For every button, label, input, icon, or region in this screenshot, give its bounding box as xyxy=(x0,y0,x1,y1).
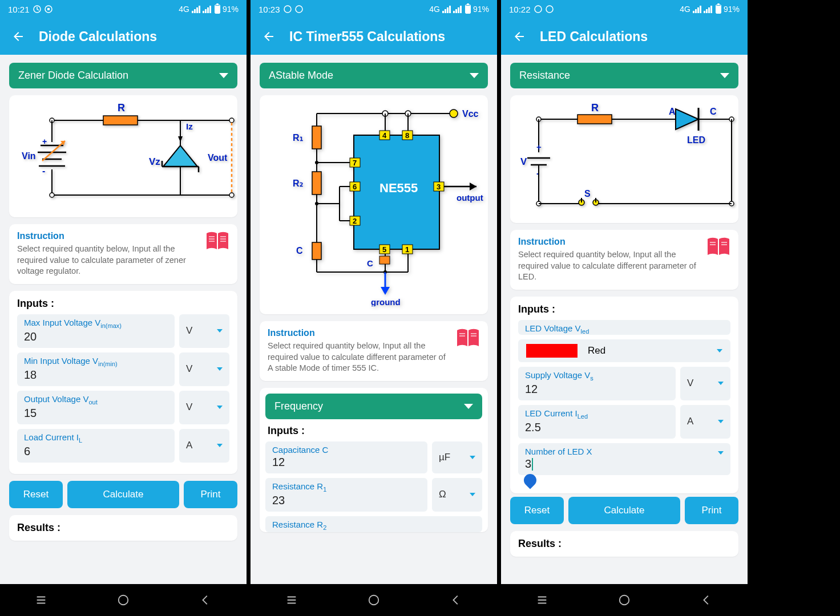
print-button[interactable]: Print xyxy=(685,497,738,524)
chevron-down-icon xyxy=(718,451,724,455)
results-heading: Results : xyxy=(17,522,229,534)
reset-button[interactable]: Reset xyxy=(510,497,564,524)
max-vin-input[interactable]: Max Input Voltage Vin(max) 20 xyxy=(17,314,175,348)
nav-home-icon[interactable] xyxy=(117,594,130,606)
instruction-text: Select required quantity below, Input al… xyxy=(17,244,200,277)
signal-icon xyxy=(192,6,200,13)
svg-text:R: R xyxy=(118,102,125,114)
notif-icon xyxy=(284,5,292,13)
book-icon[interactable] xyxy=(456,328,480,348)
inputs-heading: Inputs : xyxy=(17,298,229,310)
circuit-diagram: R A C LED + V - xyxy=(510,95,738,223)
battery-icon xyxy=(716,5,721,14)
chevron-down-icon xyxy=(219,73,228,78)
nav-home-icon[interactable] xyxy=(618,594,631,606)
notif-icon xyxy=(546,5,554,13)
chevron-down-icon xyxy=(720,73,729,78)
chevron-down-icon xyxy=(718,420,724,423)
svg-text:Vcc: Vcc xyxy=(462,109,479,119)
svg-text:A: A xyxy=(669,107,676,116)
capacitance-unit[interactable]: µF xyxy=(432,441,482,473)
section-dropdown[interactable]: AStable Mode xyxy=(260,63,488,88)
inputs-card: Inputs : Max Input Voltage Vin(max) 20 V… xyxy=(9,291,237,474)
chevron-down-icon xyxy=(217,406,223,409)
reset-button[interactable]: Reset xyxy=(9,481,63,508)
nav-back-icon[interactable] xyxy=(450,594,462,606)
signal-icon xyxy=(693,6,701,13)
calculate-button[interactable]: Calculate xyxy=(568,497,680,524)
book-icon[interactable] xyxy=(205,231,229,252)
capacitance-input[interactable]: Capacitance C 12 xyxy=(265,441,427,473)
back-icon[interactable] xyxy=(262,30,276,43)
r2-input[interactable]: Resistance R2 xyxy=(265,516,482,532)
min-vin-unit[interactable]: V xyxy=(179,352,229,386)
svg-text:S: S xyxy=(584,189,591,198)
calculate-button[interactable]: Calculate xyxy=(67,481,179,508)
vout-input[interactable]: Output Voltage Vout 15 xyxy=(17,391,175,424)
chevron-down-icon xyxy=(470,73,479,78)
r1-unit[interactable]: Ω xyxy=(432,478,482,512)
nav-home-icon[interactable] xyxy=(368,594,380,606)
supply-voltage-unit[interactable]: V xyxy=(680,367,730,400)
min-vin-input[interactable]: Min Input Voltage Vin(min) 18 xyxy=(17,352,175,386)
instruction-card: Instruction Select required quantity bel… xyxy=(510,230,738,290)
nav-recent-icon[interactable] xyxy=(285,594,298,606)
nav-recent-icon[interactable] xyxy=(35,594,47,606)
svg-text:8: 8 xyxy=(405,131,409,140)
section-dropdown[interactable]: Zener Diode Calculation xyxy=(9,63,237,88)
svg-point-30 xyxy=(50,193,54,197)
svg-text:C: C xyxy=(367,258,373,268)
svg-point-103 xyxy=(535,6,542,13)
app-header: IC Timer555 Calculations xyxy=(251,18,497,55)
book-icon[interactable] xyxy=(706,237,730,257)
status-bar: 10:22 4G 91% xyxy=(501,0,748,18)
instruction-title: Instruction xyxy=(268,328,450,338)
nav-back-icon[interactable] xyxy=(199,594,212,606)
svg-point-42 xyxy=(296,6,302,13)
nav-back-icon[interactable] xyxy=(700,594,713,606)
signal-icon xyxy=(442,6,451,13)
results-heading: Results : xyxy=(518,538,730,550)
vout-unit[interactable]: V xyxy=(179,391,229,424)
load-current-unit[interactable]: A xyxy=(179,429,229,463)
led-current-unit[interactable]: A xyxy=(680,405,730,439)
network-label: 4G xyxy=(179,5,189,14)
instruction-title: Instruction xyxy=(17,231,200,241)
chevron-down-icon xyxy=(217,329,223,333)
back-icon[interactable] xyxy=(512,30,526,43)
svg-text:-: - xyxy=(42,166,45,176)
instruction-text: Select required quantity below, Input al… xyxy=(268,341,450,374)
back-icon[interactable] xyxy=(11,30,25,43)
svg-marker-87 xyxy=(470,183,476,191)
battery-pct: 91% xyxy=(223,5,239,14)
max-vin-unit[interactable]: V xyxy=(179,314,229,348)
nav-recent-icon[interactable] xyxy=(536,594,548,606)
signal-icon xyxy=(203,6,211,13)
section-dropdown[interactable]: Resistance xyxy=(510,63,738,88)
led-count-input[interactable]: Number of LED X 3 xyxy=(518,443,730,476)
inputs-heading: Inputs : xyxy=(265,425,482,437)
status-bar: 10:21 4G 91% xyxy=(0,0,247,18)
svg-rect-64 xyxy=(312,242,321,260)
svg-rect-92 xyxy=(379,256,390,264)
svg-text:R: R xyxy=(591,102,599,114)
svg-text:C: C xyxy=(296,246,303,256)
nav-bar xyxy=(501,584,748,616)
supply-voltage-input[interactable]: Supply Voltage Vs 12 xyxy=(518,367,676,400)
instruction-card: Instruction Select required quantity bel… xyxy=(260,321,488,381)
frequency-dropdown[interactable]: Frequency xyxy=(265,394,482,419)
page-title: Diode Calculations xyxy=(39,29,157,44)
svg-text:+: + xyxy=(536,142,542,152)
phone-panel-diode: 10:21 4G 91% Diode Calculations Zener Di… xyxy=(0,0,247,616)
print-button[interactable]: Print xyxy=(184,481,237,508)
led-voltage-label: LED Voltage Vled xyxy=(525,323,724,335)
app-header: Diode Calculations xyxy=(0,18,247,55)
svg-text:3: 3 xyxy=(437,183,441,191)
led-current-input[interactable]: LED Current ILed 2.5 xyxy=(518,405,676,439)
svg-point-44 xyxy=(450,110,458,117)
led-color-select[interactable]: Red xyxy=(518,339,730,362)
r1-input[interactable]: Resistance R1 23 xyxy=(265,478,427,512)
load-current-input[interactable]: Load Current IL 6 xyxy=(17,429,175,463)
status-bar: 10:23 4G 91% xyxy=(251,0,497,18)
instruction-card: Instruction Select required quantity bel… xyxy=(9,224,237,284)
